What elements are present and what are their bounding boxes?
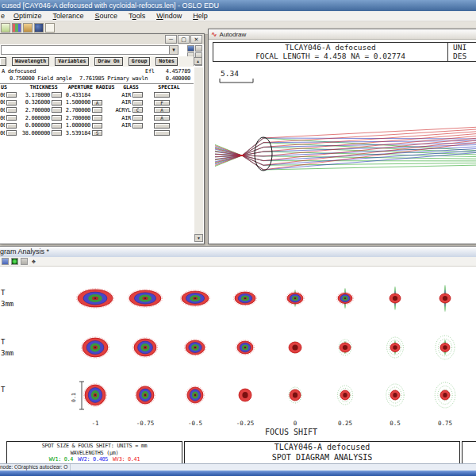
radius-value-fragment[interactable]: 00 xyxy=(0,122,5,129)
color-palette-icon[interactable] xyxy=(12,23,21,33)
aperture-value[interactable]: 2.700000 xyxy=(62,107,90,113)
surface-window-titlebar[interactable]: ─ ▢ ✕ xyxy=(0,34,204,44)
menu-item-window[interactable]: Window xyxy=(151,12,187,20)
glass-value[interactable]: AIR xyxy=(102,99,131,106)
thickness-button[interactable] xyxy=(52,115,62,121)
table-scrollbar[interactable]: ▼ xyxy=(194,67,203,242)
move-icon[interactable]: ✥ xyxy=(30,258,37,265)
special-button[interactable]: A xyxy=(154,107,170,113)
app-titlebar[interactable]: cused [CAY046-A defocused with cycloidal… xyxy=(0,0,476,11)
aperture-value[interactable]: 2.700000 xyxy=(62,115,90,121)
radius-value-fragment[interactable]: 00 xyxy=(0,99,5,106)
thickness-button[interactable] xyxy=(52,107,62,113)
special-button[interactable] xyxy=(154,130,170,136)
aperture-button[interactable] xyxy=(92,107,102,113)
scale-bar-label: 5.34 xyxy=(221,69,239,78)
minimize-icon[interactable]: ─ xyxy=(165,35,177,44)
sheet-tool-button[interactable] xyxy=(187,45,194,52)
radius-button[interactable] xyxy=(6,92,17,98)
aperture-button[interactable]: A xyxy=(92,100,102,106)
glass-button[interactable] xyxy=(132,115,143,121)
radius-button[interactable] xyxy=(6,123,17,129)
maximize-icon[interactable]: ▢ xyxy=(178,35,190,44)
cell-edit-field[interactable]: ▾ xyxy=(1,45,178,55)
sphere-icon[interactable] xyxy=(34,23,44,33)
notes-button[interactable]: Notes xyxy=(155,57,178,66)
radius-button[interactable] xyxy=(6,100,17,106)
aperture-button[interactable] xyxy=(92,115,102,121)
thickness-button[interactable] xyxy=(52,123,62,129)
aperture-value[interactable]: 0.433184 xyxy=(62,92,90,98)
menu-item-tolerance[interactable]: Tolerance xyxy=(48,12,90,20)
aperture-button[interactable]: S xyxy=(92,130,102,136)
glass-value[interactable]: AIR xyxy=(102,92,131,98)
spot-diagram-window: gram Analysis * ✥ -1-0.75-0.5-0.2500.250… xyxy=(0,246,476,463)
radius-value-fragment[interactable]: 00 xyxy=(0,115,5,121)
glass-value[interactable]: AIR xyxy=(102,115,131,121)
close-icon[interactable]: ✕ xyxy=(190,35,202,44)
sheet-tool-button[interactable] xyxy=(195,45,202,52)
thickness-button[interactable] xyxy=(52,100,62,106)
autodraw-titlebar[interactable]: ∿ Autodraw xyxy=(209,29,476,40)
aperture-value[interactable]: 1.500000 xyxy=(62,99,90,106)
radius-value-fragment[interactable]: 00 xyxy=(0,130,5,136)
thickness-value[interactable]: 2.000000 xyxy=(17,115,50,121)
group-button[interactable]: Group xyxy=(129,57,151,66)
menu-item-optimize[interactable]: Optimize xyxy=(8,12,48,20)
gray-icon[interactable] xyxy=(21,258,28,265)
scroll-down-icon[interactable]: ▼ xyxy=(194,234,203,242)
radius-value-fragment[interactable]: 00 xyxy=(0,92,5,98)
glass-value[interactable]: AIR xyxy=(102,122,131,129)
spot-window-titlebar[interactable]: gram Analysis * xyxy=(0,247,476,257)
primary-wavln-value[interactable]: 7.761985 xyxy=(79,75,104,82)
special-button[interactable]: F xyxy=(154,100,170,106)
glass-button[interactable] xyxy=(132,92,143,98)
thickness-value[interactable]: 0.326000 xyxy=(17,99,50,106)
thickness-value[interactable]: 38.000000 xyxy=(17,130,50,136)
radius-button[interactable] xyxy=(6,130,17,136)
menu-item-tools[interactable]: Tools xyxy=(123,12,151,20)
aperture-value[interactable]: 3.539184 xyxy=(62,130,90,136)
aperture-button[interactable] xyxy=(92,123,102,129)
thickness-value[interactable]: 0.000000 xyxy=(17,122,50,129)
status-segment: Graphics autoclear: O xyxy=(17,464,71,470)
menu-item-e[interactable]: e xyxy=(0,12,8,20)
materials-icon[interactable] xyxy=(23,23,33,33)
special-button[interactable]: A xyxy=(154,115,170,121)
lens-icon[interactable] xyxy=(11,258,18,265)
text-editor-icon[interactable] xyxy=(45,23,55,33)
thickness-value[interactable]: 3.178000 xyxy=(17,92,50,98)
spot-diagram-canvas[interactable]: -1-0.75-0.5-0.2500.250.50.750.1 FOCUS SH… xyxy=(0,267,476,463)
thickness-value[interactable]: 2.700000 xyxy=(17,107,50,113)
efl-value[interactable]: 4.457789 xyxy=(155,68,190,75)
lens-name-fragment[interactable]: A defocused xyxy=(2,68,36,75)
variables-button[interactable]: Variables xyxy=(55,57,89,66)
dropdown-arrow-icon[interactable]: ▾ xyxy=(169,46,178,54)
cut-button[interactable] xyxy=(0,57,6,66)
glass-button[interactable]: C xyxy=(132,107,143,113)
window-icon[interactable] xyxy=(2,258,9,265)
glass-button[interactable] xyxy=(132,123,143,129)
wavelength-button[interactable]: Wavelength xyxy=(12,57,49,66)
radius-value-fragment[interactable]: 00 xyxy=(0,107,5,113)
open-lens-icon[interactable] xyxy=(1,23,10,33)
glass-button[interactable] xyxy=(132,100,143,106)
glass-value[interactable]: ACRYL xyxy=(102,107,131,113)
windows-taskbar[interactable] xyxy=(0,470,476,476)
draw-on-button[interactable]: Draw On xyxy=(94,57,122,66)
menu-item-source[interactable]: Source xyxy=(90,12,124,20)
scroll-up-icon[interactable]: ▲ xyxy=(194,57,202,65)
thickness-button[interactable] xyxy=(52,92,62,98)
thickness-button[interactable] xyxy=(52,130,62,136)
field-angle-value[interactable]: 0.750000 xyxy=(10,75,34,82)
autodraw-canvas[interactable]: TLCAY046-A defocused FOCAL LENGTH = 4.45… xyxy=(209,40,476,244)
radius-button[interactable] xyxy=(6,115,17,121)
spot xyxy=(339,340,351,355)
menu-item-help[interactable]: Help xyxy=(187,12,213,20)
aperture-value[interactable]: 1.000000 xyxy=(62,122,90,129)
wavelength-value[interactable]: 0.400000 xyxy=(155,75,190,82)
table-row: 0038.0000003.539184S xyxy=(0,129,194,137)
special-button[interactable] xyxy=(154,92,170,98)
radius-button[interactable] xyxy=(6,107,17,113)
special-button[interactable] xyxy=(154,123,170,129)
